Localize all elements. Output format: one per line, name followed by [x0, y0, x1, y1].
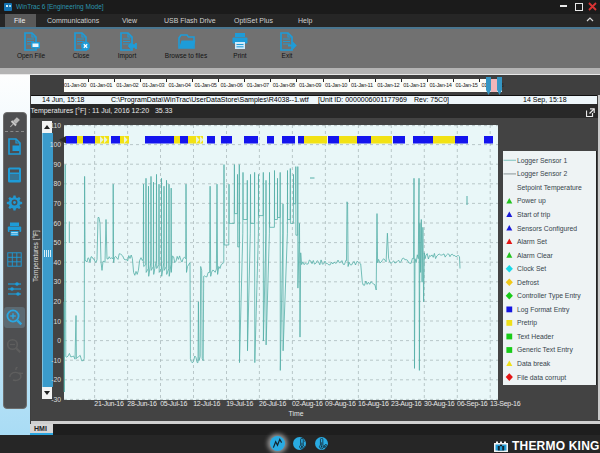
svg-text:Clock Set: Clock Set — [517, 265, 546, 272]
svg-text:Controller Type Entry: Controller Type Entry — [517, 292, 581, 300]
svg-text:Log Format Entry: Log Format Entry — [517, 306, 570, 314]
svg-text:Start of trip: Start of trip — [517, 211, 550, 219]
svg-text:File data corrupt: File data corrupt — [517, 374, 566, 382]
svg-text:Setpoint Temperature: Setpoint Temperature — [517, 184, 582, 192]
svg-text:Generic Text Entry: Generic Text Entry — [517, 346, 573, 354]
svg-text:Text Header: Text Header — [517, 333, 554, 340]
svg-text:Defrost: Defrost — [517, 279, 539, 286]
svg-text:Logger Sensor 1: Logger Sensor 1 — [517, 157, 567, 165]
svg-text:Data break: Data break — [517, 360, 551, 367]
svg-text:Pretrip: Pretrip — [517, 319, 537, 327]
svg-text:Sensors Configured: Sensors Configured — [517, 225, 577, 233]
svg-text:Alarm Clear: Alarm Clear — [517, 252, 554, 259]
svg-text:Logger Sensor 2: Logger Sensor 2 — [517, 170, 567, 178]
svg-text:Power up: Power up — [517, 197, 546, 205]
svg-text:Alarm Set: Alarm Set — [517, 238, 547, 245]
